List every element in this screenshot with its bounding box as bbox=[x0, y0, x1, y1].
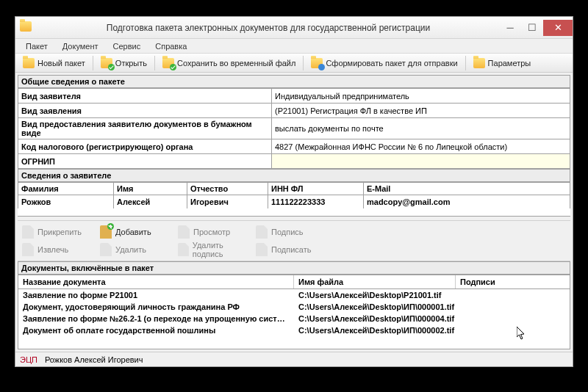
documents-list: Заявление по форме Р21001 C:\Users\Алекс… bbox=[18, 289, 570, 350]
save-temp-label: Сохранить во временный файл bbox=[177, 59, 295, 68]
documents-section-header: Документы, включённые в пакет bbox=[18, 261, 570, 275]
open-label: Открыть bbox=[115, 59, 147, 68]
doc-icon bbox=[178, 243, 189, 256]
applicant-row[interactable]: Рожков Алексей Игоревич 111122223333 mad… bbox=[18, 195, 570, 208]
doc-icon bbox=[22, 225, 34, 239]
ecp-label: ЭЦП bbox=[20, 355, 37, 364]
paper-delivery-value[interactable]: выслать документы по почте bbox=[272, 118, 570, 139]
separator bbox=[465, 56, 466, 70]
open-button[interactable]: Открыть bbox=[96, 57, 151, 69]
doc-icon bbox=[256, 225, 268, 239]
docs-col-name[interactable]: Название документа bbox=[18, 275, 294, 288]
new-package-label: Новый пакет bbox=[37, 59, 85, 68]
applicant-email: madcopy@gmail.com bbox=[364, 195, 570, 208]
doc-icon bbox=[100, 225, 112, 239]
doc-name: Документ, удостоверяющий личность гражда… bbox=[18, 301, 294, 313]
col-surname[interactable]: Фамилия bbox=[18, 183, 114, 195]
form-package-button[interactable]: Сформировать пакет для отправки bbox=[306, 57, 462, 69]
delete-signature-label: Удалить подпись bbox=[193, 241, 251, 258]
view-button: Просмотр bbox=[178, 224, 251, 240]
doc-file: C:\Users\Алексей\Desktop\P21001.tif bbox=[294, 289, 500, 301]
document-row[interactable]: Заявление по форме Р21001 C:\Users\Алекс… bbox=[18, 289, 570, 301]
doc-file: C:\Users\Алексей\Desktop\ИП\000002.tif bbox=[294, 324, 500, 336]
close-button[interactable]: ✕ bbox=[543, 20, 573, 36]
menu-help[interactable]: Справка bbox=[148, 40, 194, 52]
minimize-button[interactable]: ─ bbox=[499, 20, 521, 36]
menubar: Пакет Документ Сервис Справка bbox=[15, 39, 573, 54]
tax-code-value[interactable]: 4827 (Межрайонная ИФНС России № 6 по Лип… bbox=[272, 139, 570, 154]
document-row[interactable]: Документ, удостоверяющий личность гражда… bbox=[18, 301, 570, 313]
doc-icon bbox=[100, 243, 112, 256]
statusbar: ЭЦП Рожков Алексей Игоревич bbox=[15, 352, 573, 366]
docs-col-signatures[interactable]: Подписи bbox=[456, 275, 570, 288]
col-inn[interactable]: ИНН ФЛ bbox=[268, 183, 364, 195]
applicant-type-value[interactable]: Индивидуальный предприниматель bbox=[272, 89, 570, 104]
ogrnip-label: ОГРНИП bbox=[18, 154, 272, 169]
params-button[interactable]: Параметры bbox=[469, 57, 536, 69]
doc-name: Заявление по форме Р21001 bbox=[18, 289, 294, 301]
params-label: Параметры bbox=[488, 59, 531, 68]
separator bbox=[154, 56, 155, 70]
new-package-button[interactable]: Новый пакет bbox=[18, 57, 90, 69]
ogrnip-value[interactable] bbox=[272, 154, 570, 169]
separator bbox=[93, 56, 93, 70]
applicant-patronymic: Игоревич bbox=[187, 195, 268, 208]
window-title: Подготовка пакета электронных документов… bbox=[37, 23, 499, 33]
attach-button: Прикрепить bbox=[22, 224, 96, 240]
document-row[interactable]: Заявление по форме №26.2-1 (о переходе н… bbox=[18, 313, 570, 324]
general-section-header: Общие сведения о пакете bbox=[18, 75, 570, 88]
titlebar: Подготовка пакета электронных документов… bbox=[15, 17, 573, 39]
tax-code-label: Код налогового (регистрирующего) органа bbox=[18, 139, 272, 154]
maximize-button[interactable]: ☐ bbox=[521, 20, 543, 36]
document-actions: Прикрепить Добавить Просмотр Подпись Изв… bbox=[18, 220, 570, 261]
paper-delivery-label: Вид предоставления заявителю документов … bbox=[18, 118, 272, 139]
main-window: Подготовка пакета электронных документов… bbox=[15, 16, 573, 367]
applicant-type-label: Вид заявителя bbox=[18, 89, 272, 104]
menu-service[interactable]: Сервис bbox=[106, 40, 148, 52]
docs-col-file[interactable]: Имя файла bbox=[294, 275, 456, 288]
delete-label: Удалить bbox=[115, 245, 146, 254]
toolbar: Новый пакет Открыть Сохранить во временн… bbox=[15, 54, 573, 73]
signature-button: Подпись bbox=[256, 224, 329, 240]
documents-header: Название документа Имя файла Подписи bbox=[18, 275, 570, 289]
view-label: Просмотр bbox=[193, 228, 230, 236]
application-type-value[interactable]: (P21001) Регистрация ФЛ в качестве ИП bbox=[272, 104, 570, 118]
add-button[interactable]: Добавить bbox=[100, 224, 173, 240]
sign-label: Подписать bbox=[271, 245, 311, 254]
col-email[interactable]: E-Mail bbox=[364, 183, 570, 195]
applicant-surname: Рожков bbox=[18, 195, 114, 208]
doc-file: C:\Users\Алексей\Desktop\ИП\000001.tif bbox=[294, 301, 500, 313]
applicant-name: Алексей bbox=[114, 195, 187, 208]
extract-label: Извлечь bbox=[37, 245, 68, 254]
app-icon bbox=[20, 21, 33, 35]
applicant-section-header: Сведения о заявителе bbox=[18, 169, 570, 182]
signer-name: Рожков Алексей Игоревич bbox=[45, 355, 143, 364]
menu-document[interactable]: Документ bbox=[55, 40, 106, 52]
applicant-table: Фамилия Имя Отчество ИНН ФЛ E-Mail Рожко… bbox=[18, 182, 570, 208]
document-row[interactable]: Документ об оплате государственной пошли… bbox=[18, 324, 570, 336]
save-temp-button[interactable]: Сохранить во временный файл bbox=[158, 57, 300, 69]
delete-signature-button: Удалить подпись bbox=[178, 242, 251, 258]
col-name[interactable]: Имя bbox=[114, 183, 187, 195]
doc-icon bbox=[22, 243, 34, 256]
doc-icon bbox=[178, 225, 190, 239]
doc-file: C:\Users\Алексей\Desktop\ИП\000004.tif bbox=[294, 313, 500, 324]
col-patronymic[interactable]: Отчество bbox=[187, 183, 268, 195]
doc-icon bbox=[256, 243, 268, 256]
doc-name: Документ об оплате государственной пошли… bbox=[18, 324, 294, 336]
applicant-inn: 111122223333 bbox=[268, 195, 364, 208]
attach-label: Прикрепить bbox=[37, 228, 82, 236]
content-area: Общие сведения о пакете Вид заявителя Ин… bbox=[18, 75, 570, 349]
form-package-label: Сформировать пакет для отправки bbox=[326, 59, 457, 68]
menu-package[interactable]: Пакет bbox=[18, 40, 55, 52]
application-type-label: Вид заявления bbox=[18, 104, 272, 118]
delete-button: Удалить bbox=[100, 242, 173, 258]
general-info-table: Вид заявителя Индивидуальный предпринима… bbox=[18, 88, 570, 169]
doc-name: Заявление по форме №26.2-1 (о переходе н… bbox=[18, 313, 294, 324]
add-label: Добавить bbox=[115, 228, 151, 236]
signature-label: Подпись bbox=[271, 228, 304, 236]
sign-button: Подписать bbox=[256, 242, 329, 258]
separator bbox=[303, 56, 304, 70]
extract-button: Извлечь bbox=[22, 242, 96, 258]
